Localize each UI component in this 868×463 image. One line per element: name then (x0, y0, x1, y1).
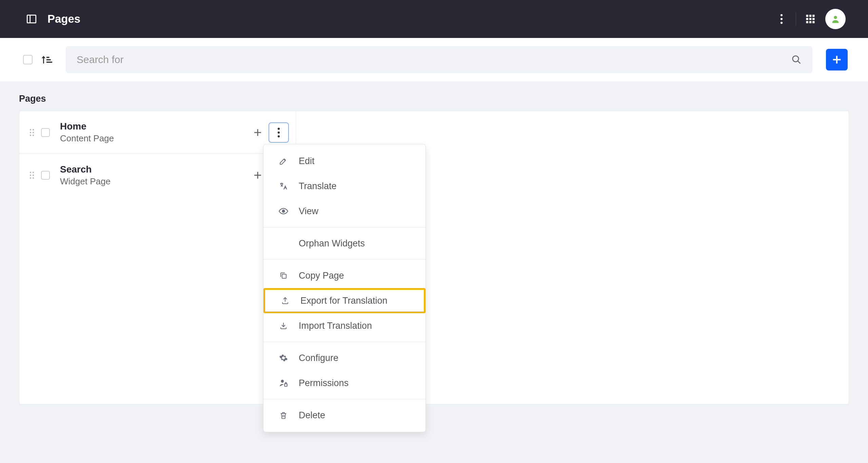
app-header: Pages (0, 0, 868, 38)
menu-delete[interactable]: Delete (263, 403, 426, 428)
menu-divider (263, 259, 426, 260)
drag-handle-icon[interactable] (29, 172, 34, 179)
menu-orphan-widgets[interactable]: Orphan Widgets (263, 231, 426, 256)
svg-point-35 (30, 175, 31, 176)
row-checkbox[interactable] (41, 171, 50, 180)
download-icon (277, 322, 290, 330)
context-menu: Edit Translate View Orphan Widgets Copy … (263, 144, 426, 432)
svg-point-34 (33, 172, 34, 173)
svg-point-18 (793, 56, 799, 62)
svg-rect-13 (812, 21, 814, 23)
page-row[interactable]: Home Content Page (19, 111, 296, 154)
svg-rect-16 (46, 59, 51, 61)
svg-point-27 (33, 135, 34, 136)
user-avatar[interactable] (825, 9, 846, 29)
trash-icon (277, 411, 290, 420)
menu-copy-page[interactable]: Copy Page (263, 263, 426, 288)
svg-point-46 (281, 380, 284, 383)
select-all-checkbox[interactable] (23, 55, 33, 64)
permissions-icon (277, 379, 290, 387)
menu-label: Permissions (299, 378, 349, 388)
svg-point-32 (278, 135, 280, 137)
menu-label: Edit (299, 156, 315, 166)
add-child-icon[interactable] (249, 124, 267, 141)
svg-point-23 (33, 129, 34, 130)
menu-edit[interactable]: Edit (263, 148, 426, 174)
svg-point-14 (834, 16, 837, 19)
svg-point-3 (781, 18, 783, 20)
menu-label: Translate (299, 181, 337, 192)
svg-point-2 (781, 14, 783, 16)
menu-label: Configure (299, 353, 338, 363)
panel-toggle-icon[interactable] (26, 13, 37, 25)
header-separator (796, 12, 796, 26)
svg-rect-10 (812, 18, 814, 20)
svg-rect-12 (809, 21, 811, 23)
section-label: Pages (19, 94, 849, 104)
svg-rect-45 (282, 274, 286, 278)
apps-grid-icon[interactable] (802, 11, 818, 27)
row-texts: Home Content Page (60, 121, 249, 144)
menu-export-translation[interactable]: Export for Translation (265, 290, 424, 311)
menu-translate[interactable]: Translate (263, 174, 426, 199)
menu-divider (263, 399, 426, 399)
svg-rect-47 (284, 384, 287, 386)
menu-label: Export for Translation (300, 296, 388, 306)
translate-icon (277, 182, 290, 190)
svg-point-33 (30, 172, 31, 173)
svg-point-38 (33, 177, 34, 179)
pages-left-column: Home Content Page Search Widget Page (19, 111, 296, 404)
svg-rect-5 (806, 15, 808, 17)
menu-label: Delete (299, 410, 325, 421)
svg-rect-0 (27, 15, 36, 23)
svg-point-36 (33, 175, 34, 176)
page-title: Home (60, 121, 249, 132)
svg-point-26 (30, 135, 31, 136)
menu-label: View (299, 206, 318, 217)
svg-rect-9 (809, 18, 811, 20)
add-button[interactable] (826, 49, 848, 71)
header-kebab-icon[interactable] (773, 11, 790, 27)
search-icon[interactable] (791, 55, 802, 65)
eye-icon (277, 208, 290, 215)
search-box (66, 46, 812, 73)
svg-rect-6 (809, 15, 811, 17)
sort-icon[interactable] (41, 54, 52, 65)
svg-point-4 (781, 22, 783, 24)
header-title: Pages (47, 13, 80, 25)
svg-point-37 (30, 177, 31, 179)
svg-line-19 (798, 61, 801, 64)
menu-view[interactable]: View (263, 199, 426, 224)
svg-point-25 (33, 132, 34, 133)
menu-label: Copy Page (299, 270, 344, 281)
toolbar (0, 38, 868, 81)
pages-list: Home Content Page Search Widget Page (19, 111, 849, 404)
svg-rect-15 (46, 57, 50, 58)
svg-rect-17 (46, 62, 52, 63)
menu-configure[interactable]: Configure (263, 345, 426, 370)
menu-label: Import Translation (299, 321, 372, 331)
pencil-icon (277, 157, 290, 165)
search-input[interactable] (77, 54, 791, 65)
row-kebab-icon[interactable] (269, 122, 289, 143)
row-checkbox[interactable] (41, 128, 50, 137)
row-texts: Search Widget Page (60, 164, 249, 187)
page-subtitle: Content Page (60, 133, 249, 144)
page-subtitle: Widget Page (60, 176, 249, 187)
page-title: Search (60, 164, 249, 175)
menu-permissions[interactable]: Permissions (263, 370, 426, 396)
highlighted-menu-item: Export for Translation (263, 288, 426, 313)
svg-point-22 (30, 129, 31, 130)
menu-divider (263, 227, 426, 227)
menu-import-translation[interactable]: Import Translation (263, 313, 426, 338)
svg-point-31 (278, 131, 280, 133)
page-row[interactable]: Search Widget Page (19, 154, 296, 197)
svg-rect-11 (806, 21, 808, 23)
drag-handle-icon[interactable] (29, 129, 34, 136)
content-area: Pages Home Content Page (0, 81, 868, 417)
copy-icon (277, 271, 290, 280)
svg-point-30 (278, 127, 280, 129)
svg-rect-7 (812, 15, 814, 17)
gear-icon (277, 354, 290, 362)
upload-icon (279, 297, 292, 305)
